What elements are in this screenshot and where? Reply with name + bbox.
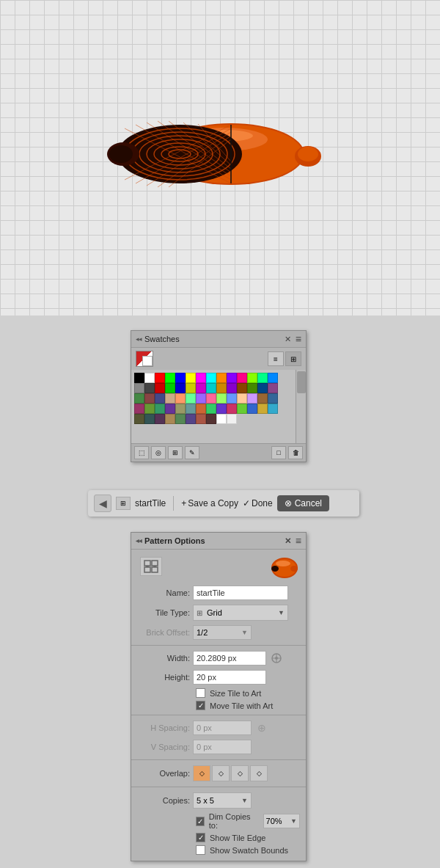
swatch-cell[interactable]	[237, 404, 247, 414]
po-move-tile-checkbox[interactable]: ✓	[196, 701, 205, 710]
swatch-cell[interactable]	[268, 404, 278, 414]
swatch-cell[interactable]	[257, 373, 268, 383]
new-swatch-group-button[interactable]: ⬚	[134, 446, 149, 459]
po-overlap-btn-3[interactable]: ◇	[231, 765, 249, 781]
swatch-cell[interactable]	[196, 393, 206, 404]
swatch-cell[interactable]	[144, 404, 155, 414]
swatch-cell[interactable]	[257, 404, 268, 414]
po-copies-selector[interactable]: 5 x 5 ▼	[193, 792, 252, 809]
swatch-cell[interactable]	[144, 383, 155, 393]
swatch-cell[interactable]	[247, 393, 257, 404]
swatch-cell[interactable]	[134, 414, 144, 424]
swatch-cell[interactable]	[155, 393, 165, 404]
swatch-cell[interactable]	[165, 404, 175, 414]
po-show-swatch-bounds-checkbox[interactable]	[196, 845, 205, 855]
po-dim-copies-checkbox[interactable]: ✓	[196, 817, 205, 826]
po-name-input[interactable]	[193, 586, 288, 600]
po-tile-type-selector[interactable]: ⊞ Grid ▼	[193, 605, 288, 621]
swatch-cell[interactable]	[175, 373, 186, 383]
swatch-cell[interactable]	[227, 393, 237, 404]
swatch-cell[interactable]	[216, 373, 227, 383]
swatch-cell[interactable]	[155, 414, 165, 424]
swatch-cell[interactable]	[175, 383, 186, 393]
swatch-cell[interactable]	[165, 393, 175, 404]
new-color-group-button[interactable]: ◎	[151, 446, 166, 459]
po-close-button[interactable]: ✕	[285, 536, 291, 546]
new-swatch-btn2[interactable]: □	[271, 446, 286, 459]
swatch-cell[interactable]	[155, 383, 165, 393]
swatch-cell[interactable]	[206, 383, 216, 393]
swatch-cell[interactable]	[268, 373, 278, 383]
delete-swatch-button[interactable]: 🗑	[288, 446, 303, 459]
swatch-cell[interactable]	[134, 373, 144, 383]
swatch-cell[interactable]	[134, 393, 144, 404]
swatch-cell[interactable]	[196, 373, 206, 383]
swatch-cell[interactable]	[237, 383, 247, 393]
swatch-cell[interactable]	[247, 373, 257, 383]
swatch-cell[interactable]	[206, 373, 216, 383]
swatch-cell[interactable]	[206, 404, 216, 414]
edit-swatch-button[interactable]: ✎	[185, 446, 199, 459]
swatch-cell[interactable]	[186, 414, 196, 424]
swatch-none-cell[interactable]	[216, 414, 227, 424]
swatch-cell[interactable]	[175, 414, 186, 424]
swatch-cell[interactable]	[175, 393, 186, 404]
swatch-cell[interactable]	[175, 404, 186, 414]
new-swatch-button[interactable]: ⊞	[168, 446, 183, 459]
swatch-cell[interactable]	[216, 404, 227, 414]
swatch-cell[interactable]	[216, 393, 227, 404]
toolbar-done-button[interactable]: ✓ Done	[243, 498, 273, 508]
swatch-cell[interactable]	[186, 404, 196, 414]
swatch-cell[interactable]	[155, 404, 165, 414]
swatch-cell[interactable]	[237, 393, 247, 404]
swatch-cell[interactable]	[155, 373, 165, 383]
po-link-button[interactable]	[269, 651, 284, 665]
swatch-cell[interactable]	[144, 414, 155, 424]
swatch-grid-view-button[interactable]: ⊞	[285, 351, 301, 366]
swatch-cell[interactable]	[257, 393, 268, 404]
po-overlap-btn-2[interactable]: ◇	[212, 765, 230, 781]
toolbar-back-button[interactable]: ◀	[94, 495, 111, 512]
swatches-close-button[interactable]: ✕	[285, 335, 291, 344]
swatch-cell[interactable]	[196, 414, 206, 424]
swatch-cell[interactable]	[165, 414, 175, 424]
swatch-cell[interactable]	[134, 383, 144, 393]
swatch-cell[interactable]	[165, 383, 175, 393]
swatch-cell[interactable]	[186, 383, 196, 393]
toolbar-cancel-button[interactable]: ⊗ Cancel	[277, 495, 329, 511]
swatch-cell[interactable]	[134, 404, 144, 414]
po-overlap-btn-1[interactable]: ◇	[193, 765, 210, 781]
swatch-cell[interactable]	[247, 404, 257, 414]
po-show-tile-edge-checkbox[interactable]: ✓	[196, 833, 205, 842]
swatch-cell[interactable]	[165, 373, 175, 383]
swatch-cell[interactable]	[227, 383, 237, 393]
scrollbar-thumb[interactable]	[297, 371, 306, 393]
toolbar-save-copy-button[interactable]: + Save a Copy	[181, 498, 238, 508]
po-dim-percent-selector[interactable]: 70% ▼	[263, 814, 300, 828]
po-size-tile-checkbox[interactable]	[196, 688, 205, 698]
po-overlap-btn-4[interactable]: ◇	[250, 765, 268, 781]
swatch-cell[interactable]	[216, 383, 227, 393]
swatch-cell[interactable]	[247, 383, 257, 393]
swatch-cell[interactable]	[196, 404, 206, 414]
swatch-cell[interactable]	[227, 404, 237, 414]
swatch-cell[interactable]	[144, 393, 155, 404]
swatch-cell[interactable]	[144, 373, 155, 383]
swatch-cell[interactable]	[227, 373, 237, 383]
swatch-color-selector[interactable]	[136, 351, 153, 367]
po-width-input[interactable]	[193, 651, 266, 665]
swatch-cell[interactable]	[237, 373, 247, 383]
swatch-cell[interactable]	[206, 393, 216, 404]
swatch-list-view-button[interactable]: ≡	[268, 351, 284, 366]
po-menu-button[interactable]: ≡	[296, 535, 301, 547]
swatch-cell[interactable]	[186, 393, 196, 404]
swatch-cell[interactable]	[186, 373, 196, 383]
swatch-cell[interactable]	[206, 414, 216, 424]
swatch-cell[interactable]	[196, 383, 206, 393]
swatch-cell[interactable]	[268, 393, 278, 404]
po-height-input[interactable]	[193, 670, 266, 685]
swatch-cell[interactable]	[257, 383, 268, 393]
swatches-scrollbar[interactable]	[296, 370, 306, 443]
swatch-special-cell[interactable]	[227, 414, 237, 424]
swatches-menu-button[interactable]: ≡	[296, 333, 301, 345]
